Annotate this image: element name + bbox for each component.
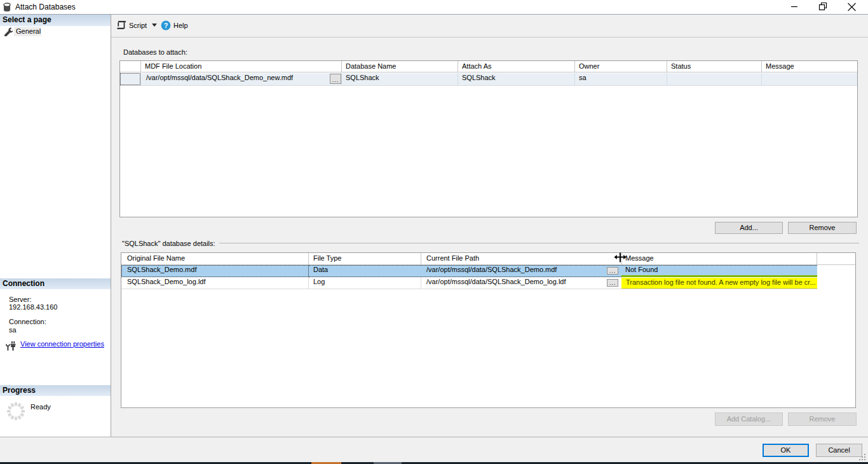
svg-text:?: ? [164, 22, 168, 29]
